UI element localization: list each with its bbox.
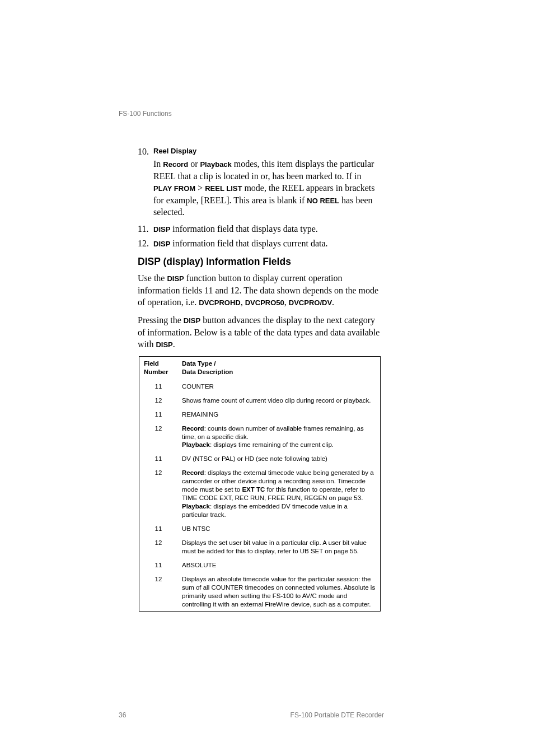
text: , [284,297,289,307]
play-from-label: PLAY FROM [153,184,195,193]
list-body: Reel Display In Record or Playback modes… [153,146,380,221]
text: > [195,183,205,193]
playback-label: Playback [182,503,210,510]
page-footer: 36 FS-100 Portable DTE Recorder [119,711,384,719]
disp-label: DISP [167,274,184,283]
list-number: 11. [138,223,151,235]
record-label: Record [163,160,188,169]
list-body: DISP information field that displays dat… [153,223,380,235]
col-header-data-type: Data Type / Data Description [177,356,381,380]
prose-2: Pressing the DISP button advances the di… [138,314,384,351]
table-row: 12Record: displays the external timecode… [139,466,381,522]
field-number-cell: 11 [139,522,178,536]
disp-label: DISP [153,240,170,248]
section-heading: DISP (display) Information Fields [138,256,384,268]
prose-1: Use the DISP function button to display … [138,272,384,309]
text: Data Description [182,368,233,375]
data-description-cell: Record: counts down number of available … [177,422,381,452]
record-label: Record [182,425,204,432]
disp-label: DISP [184,316,200,325]
text: . [332,297,334,307]
table-row: 11DV (NTSC or PAL) or HD (see note follo… [139,452,381,466]
field-number-cell: 11 [139,558,178,572]
field-number-cell: 11 [139,408,178,422]
text: In [153,159,163,169]
field-number-cell: 12 [139,572,178,612]
text: Data Type / [182,360,216,367]
text: Pressing the [138,315,184,325]
text: Number [144,368,168,375]
disp-label: DISP [153,225,170,234]
text: . [173,339,175,349]
text: Use the [138,273,167,283]
playback-label: Playback [182,441,210,448]
reel-display-title: Reel Display [153,147,196,155]
data-description-cell: REMAINING [177,408,381,422]
data-description-cell: ABSOLUTE [177,558,381,572]
table-row: 11UB NTSC [139,522,381,536]
disp-label: DISP [156,340,172,349]
field-number-cell: 12 [139,422,178,452]
table-header-row: Field Number Data Type / Data Descriptio… [139,356,381,380]
playback-label: Playback [200,160,231,169]
record-label: Record [182,469,204,476]
ext-tc-label: EXT TC [242,486,265,493]
disp-table: Field Number Data Type / Data Descriptio… [139,356,381,612]
field-number-cell: 12 [139,536,178,558]
data-description-cell: Displays the set user bit value in a par… [177,536,381,558]
text: Field [144,360,159,367]
list-item-11: 11. DISP information field that displays… [138,223,384,235]
text: , [241,297,245,307]
data-description-cell: Displays an absolute timecode value for … [177,572,381,612]
reel-list-label: REEL LIST [205,184,242,193]
data-description-cell: COUNTER [177,380,381,394]
text: information field that displays current … [170,239,327,248]
running-header: FS-100 Functions [119,110,172,118]
list-item-12: 12. DISP information field that displays… [138,237,384,250]
dvcprodv-label: DVCPRO/DV [289,298,332,307]
dvcprohd-label: DVCPROHD [199,298,240,307]
data-description-cell: Record: displays the external timecode v… [177,466,381,522]
list-number: 10. [138,146,151,158]
list-item-10: 10. Reel Display In Record or Playback m… [138,146,384,221]
text: information field that displays data typ… [170,224,318,234]
list-body: DISP information field that displays cur… [153,237,380,250]
table-row: 11ABSOLUTE [139,558,381,572]
table-row: 12Record: counts down number of availabl… [139,422,381,452]
data-description-cell: UB NTSC [177,522,381,536]
page-content: 10. Reel Display In Record or Playback m… [138,146,384,612]
text: or [188,159,200,169]
table-row: 11COUNTER [139,380,381,394]
data-description-cell: DV (NTSC or PAL) or HD (see note followi… [177,452,381,466]
col-header-field-number: Field Number [139,356,178,380]
reel-display-para: In Record or Playback modes, this item d… [153,158,380,218]
field-number-cell: 12 [139,466,178,522]
no-reel-label: NO REEL [307,197,339,205]
data-description-cell: Shows frame count of current video clip … [177,394,381,408]
dvcpro50-label: DVCPRO50 [245,298,284,307]
table-row: 12Displays the set user bit value in a p… [139,536,381,558]
field-number-cell: 11 [139,380,178,394]
table-row: 12Shows frame count of current video cli… [139,394,381,408]
table-row: 12Displays an absolute timecode value fo… [139,572,381,612]
publication-title: FS-100 Portable DTE Recorder [291,711,384,719]
field-number-cell: 12 [139,394,178,408]
field-number-cell: 11 [139,452,178,466]
page-number: 36 [119,711,126,719]
list-number: 12. [138,237,151,250]
table-row: 11REMAINING [139,408,381,422]
